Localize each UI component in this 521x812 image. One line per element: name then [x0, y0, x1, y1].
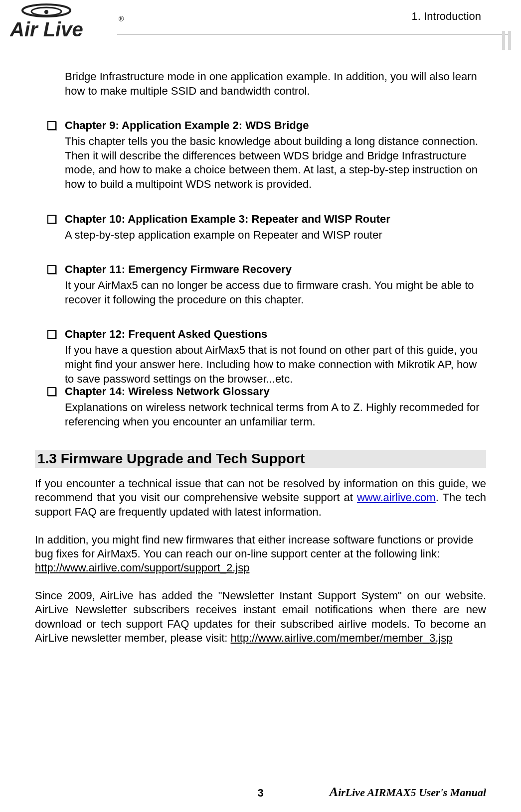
- header-accent-bar: [508, 31, 511, 50]
- member-link[interactable]: http://www.airlive.com/member/member_3.j…: [231, 632, 453, 644]
- section-heading-1-3: 1.3 Firmware Upgrade and Tech Support: [35, 450, 486, 468]
- page-footer: 3 AirLive AIRMAX5 User's Manual: [0, 785, 521, 800]
- chapter-item-11: Chapter 11: Emergency Firmware Recovery …: [47, 263, 486, 307]
- intro-paragraph: Bridge Infrastructure mode in one applic…: [65, 70, 486, 98]
- page-content: Bridge Infrastructure mode in one applic…: [0, 55, 521, 645]
- chapter-title: Chapter 11: Emergency Firmware Recovery: [65, 263, 292, 276]
- section-paragraph-2: In addition, you might find new firmware…: [35, 533, 486, 575]
- section-paragraph-1: If you encounter a technical issue that …: [35, 477, 486, 519]
- checkbox-bullet-icon: [47, 330, 56, 339]
- checkbox-bullet-icon: [47, 215, 56, 224]
- footer-manual-title: AirLive AIRMAX5 User's Manual: [330, 785, 486, 800]
- footer-a: A: [330, 785, 338, 799]
- chapter-description: Explanations on wireless network technic…: [65, 401, 486, 429]
- svg-text:®: ®: [119, 15, 124, 23]
- chapter-item-14: Chapter 14: Wireless Network Glossary Ex…: [47, 385, 486, 429]
- svg-point-2: [44, 10, 48, 14]
- chapter-item-9: Chapter 9: Application Example 2: WDS Br…: [47, 119, 486, 191]
- header-divider: [117, 34, 511, 35]
- chapter-title: Chapter 10: Application Example 3: Repea…: [65, 213, 390, 226]
- chapter-description: This chapter tells you the basic knowled…: [65, 135, 486, 191]
- checkbox-bullet-icon: [47, 387, 56, 396]
- chapter-description: A step-by-step application example on Re…: [65, 228, 486, 243]
- para2-text-a: In addition, you might find new firmware…: [35, 534, 473, 560]
- support-link[interactable]: http://www.airlive.com/support/support_2…: [35, 561, 249, 574]
- checkbox-bullet-icon: [47, 121, 56, 130]
- chapter-item-10: Chapter 10: Application Example 3: Repea…: [47, 213, 486, 243]
- chapter-description: It your AirMax5 can no longer be access …: [65, 278, 486, 307]
- chapter-title: Chapter 14: Wireless Network Glossary: [65, 385, 270, 398]
- chapter-title: Chapter 9: Application Example 2: WDS Br…: [65, 119, 309, 132]
- header-section-label: 1. Introduction: [412, 10, 481, 23]
- airlive-logo: Air Live ®: [10, 2, 130, 44]
- page-header: Air Live ® 1. Introduction: [0, 0, 521, 55]
- checkbox-bullet-icon: [47, 265, 56, 274]
- section-paragraph-3: Since 2009, AirLive has added the "Newsl…: [35, 589, 486, 645]
- footer-rest: irLive AIRMAX5 User's Manual: [338, 786, 486, 799]
- header-accent-bar-2: [502, 31, 505, 50]
- airlive-home-link[interactable]: www.airlive.com: [357, 491, 436, 504]
- svg-text:Air Live: Air Live: [10, 18, 83, 40]
- chapter-title: Chapter 12: Frequent Asked Questions: [65, 328, 267, 341]
- page-number: 3: [257, 787, 263, 800]
